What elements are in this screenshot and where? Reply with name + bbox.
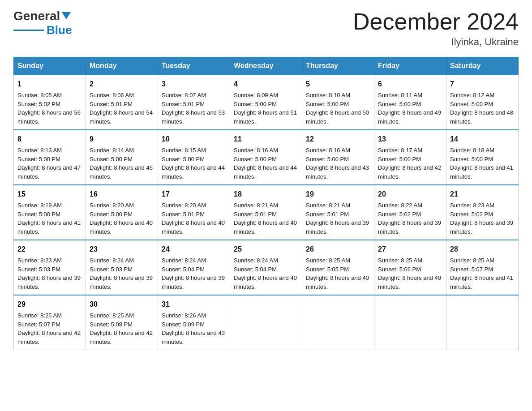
calendar-day-cell: 31Sunrise: 8:26 AMSunset: 5:09 PMDayligh… <box>158 295 230 350</box>
calendar-day-cell <box>230 295 302 350</box>
day-number: 17 <box>162 189 226 200</box>
day-number: 27 <box>378 244 442 255</box>
day-info: Sunrise: 8:24 AMSunset: 5:03 PMDaylight:… <box>90 257 153 290</box>
day-number: 12 <box>306 134 370 145</box>
calendar-day-cell: 14Sunrise: 8:18 AMSunset: 5:00 PMDayligh… <box>446 130 519 185</box>
calendar-day-cell: 21Sunrise: 8:23 AMSunset: 5:02 PMDayligh… <box>446 185 519 240</box>
calendar-header-sunday: Sunday <box>14 57 86 75</box>
day-info: Sunrise: 8:25 AMSunset: 5:05 PMDaylight:… <box>306 257 369 290</box>
logo-text: General <box>13 9 71 23</box>
day-number: 16 <box>90 189 154 200</box>
calendar-day-cell: 25Sunrise: 8:24 AMSunset: 5:04 PMDayligh… <box>230 240 302 295</box>
day-number: 4 <box>234 79 298 90</box>
calendar-day-cell: 15Sunrise: 8:19 AMSunset: 5:00 PMDayligh… <box>14 185 86 240</box>
day-info: Sunrise: 8:20 AMSunset: 5:01 PMDaylight:… <box>162 202 225 235</box>
calendar-day-cell: 27Sunrise: 8:25 AMSunset: 5:06 PMDayligh… <box>374 240 446 295</box>
day-number: 24 <box>162 244 226 255</box>
location-label: Ilyinka, Ukraine <box>353 36 519 48</box>
day-info: Sunrise: 8:09 AMSunset: 5:00 PMDaylight:… <box>234 92 297 125</box>
logo-general-text: General <box>13 9 60 23</box>
calendar-header-row: SundayMondayTuesdayWednesdayThursdayFrid… <box>14 57 519 75</box>
calendar-day-cell: 10Sunrise: 8:15 AMSunset: 5:00 PMDayligh… <box>158 130 230 185</box>
day-number: 28 <box>450 244 515 255</box>
logo: General Blue <box>13 9 72 37</box>
calendar-day-cell: 6Sunrise: 8:11 AMSunset: 5:00 PMDaylight… <box>374 75 446 130</box>
day-number: 20 <box>378 189 442 200</box>
day-number: 3 <box>162 79 226 90</box>
day-number: 2 <box>90 79 154 90</box>
calendar-day-cell <box>374 295 446 350</box>
day-info: Sunrise: 8:16 AMSunset: 5:00 PMDaylight:… <box>234 147 297 180</box>
day-number: 19 <box>306 189 370 200</box>
calendar-week-row: 15Sunrise: 8:19 AMSunset: 5:00 PMDayligh… <box>14 185 519 240</box>
page-header: General Blue December 2024 Ilyinka, Ukra… <box>13 9 519 48</box>
day-number: 30 <box>90 299 154 310</box>
day-info: Sunrise: 8:07 AMSunset: 5:01 PMDaylight:… <box>162 92 225 125</box>
day-number: 5 <box>306 79 370 90</box>
calendar-week-row: 22Sunrise: 8:23 AMSunset: 5:03 PMDayligh… <box>14 240 519 295</box>
day-info: Sunrise: 8:14 AMSunset: 5:00 PMDaylight:… <box>90 147 153 180</box>
calendar-header-monday: Monday <box>86 57 158 75</box>
logo-underline <box>13 30 44 31</box>
calendar-header-tuesday: Tuesday <box>158 57 230 75</box>
day-info: Sunrise: 8:10 AMSunset: 5:00 PMDaylight:… <box>306 92 369 125</box>
day-info: Sunrise: 8:11 AMSunset: 5:00 PMDaylight:… <box>378 92 441 125</box>
calendar-day-cell: 24Sunrise: 8:24 AMSunset: 5:04 PMDayligh… <box>158 240 230 295</box>
calendar-day-cell: 11Sunrise: 8:16 AMSunset: 5:00 PMDayligh… <box>230 130 302 185</box>
calendar-day-cell: 7Sunrise: 8:12 AMSunset: 5:00 PMDaylight… <box>446 75 519 130</box>
calendar-header-wednesday: Wednesday <box>230 57 302 75</box>
day-number: 6 <box>378 79 442 90</box>
month-title: December 2024 <box>353 9 519 34</box>
calendar-header-friday: Friday <box>374 57 446 75</box>
calendar-week-row: 29Sunrise: 8:25 AMSunset: 5:07 PMDayligh… <box>14 295 519 350</box>
day-info: Sunrise: 8:19 AMSunset: 5:00 PMDaylight:… <box>17 202 81 235</box>
day-number: 9 <box>90 134 154 145</box>
logo-blue-label: Blue <box>47 23 72 37</box>
day-info: Sunrise: 8:23 AMSunset: 5:02 PMDaylight:… <box>450 202 513 235</box>
calendar-day-cell: 13Sunrise: 8:17 AMSunset: 5:00 PMDayligh… <box>374 130 446 185</box>
day-number: 1 <box>17 79 82 90</box>
calendar-day-cell <box>446 295 519 350</box>
calendar-day-cell: 18Sunrise: 8:21 AMSunset: 5:01 PMDayligh… <box>230 185 302 240</box>
logo-bottom: Blue <box>13 23 72 37</box>
day-info: Sunrise: 8:16 AMSunset: 5:00 PMDaylight:… <box>306 147 369 180</box>
calendar-day-cell: 4Sunrise: 8:09 AMSunset: 5:00 PMDaylight… <box>230 75 302 130</box>
calendar-day-cell: 19Sunrise: 8:21 AMSunset: 5:01 PMDayligh… <box>302 185 374 240</box>
calendar-day-cell: 20Sunrise: 8:22 AMSunset: 5:02 PMDayligh… <box>374 185 446 240</box>
logo-triangle-icon <box>62 12 71 19</box>
calendar-day-cell: 17Sunrise: 8:20 AMSunset: 5:01 PMDayligh… <box>158 185 230 240</box>
day-info: Sunrise: 8:12 AMSunset: 5:00 PMDaylight:… <box>450 92 513 125</box>
calendar-day-cell: 9Sunrise: 8:14 AMSunset: 5:00 PMDaylight… <box>86 130 158 185</box>
day-number: 23 <box>90 244 154 255</box>
day-number: 22 <box>17 244 82 255</box>
title-section: December 2024 Ilyinka, Ukraine <box>353 9 519 48</box>
day-info: Sunrise: 8:21 AMSunset: 5:01 PMDaylight:… <box>306 202 369 235</box>
day-info: Sunrise: 8:24 AMSunset: 5:04 PMDaylight:… <box>162 257 225 290</box>
day-info: Sunrise: 8:25 AMSunset: 5:07 PMDaylight:… <box>17 312 81 345</box>
day-info: Sunrise: 8:25 AMSunset: 5:06 PMDaylight:… <box>378 257 441 290</box>
calendar-day-cell: 1Sunrise: 8:05 AMSunset: 5:02 PMDaylight… <box>14 75 86 130</box>
day-number: 21 <box>450 189 515 200</box>
calendar-week-row: 1Sunrise: 8:05 AMSunset: 5:02 PMDaylight… <box>14 75 519 130</box>
day-number: 10 <box>162 134 226 145</box>
calendar-table: SundayMondayTuesdayWednesdayThursdayFrid… <box>13 57 519 350</box>
calendar-day-cell: 23Sunrise: 8:24 AMSunset: 5:03 PMDayligh… <box>86 240 158 295</box>
calendar-day-cell: 5Sunrise: 8:10 AMSunset: 5:00 PMDaylight… <box>302 75 374 130</box>
calendar-day-cell: 3Sunrise: 8:07 AMSunset: 5:01 PMDaylight… <box>158 75 230 130</box>
day-info: Sunrise: 8:21 AMSunset: 5:01 PMDaylight:… <box>234 202 297 235</box>
day-info: Sunrise: 8:24 AMSunset: 5:04 PMDaylight:… <box>234 257 297 290</box>
day-number: 26 <box>306 244 370 255</box>
day-number: 18 <box>234 189 298 200</box>
calendar-header-saturday: Saturday <box>446 57 519 75</box>
day-number: 31 <box>162 299 226 310</box>
calendar-week-row: 8Sunrise: 8:13 AMSunset: 5:00 PMDaylight… <box>14 130 519 185</box>
calendar-day-cell <box>302 295 374 350</box>
day-number: 29 <box>17 299 82 310</box>
calendar-header-thursday: Thursday <box>302 57 374 75</box>
day-number: 15 <box>17 189 82 200</box>
calendar-day-cell: 30Sunrise: 8:25 AMSunset: 5:08 PMDayligh… <box>86 295 158 350</box>
calendar-day-cell: 26Sunrise: 8:25 AMSunset: 5:05 PMDayligh… <box>302 240 374 295</box>
day-number: 8 <box>17 134 82 145</box>
calendar-day-cell: 28Sunrise: 8:25 AMSunset: 5:07 PMDayligh… <box>446 240 519 295</box>
day-info: Sunrise: 8:06 AMSunset: 5:01 PMDaylight:… <box>90 92 153 125</box>
